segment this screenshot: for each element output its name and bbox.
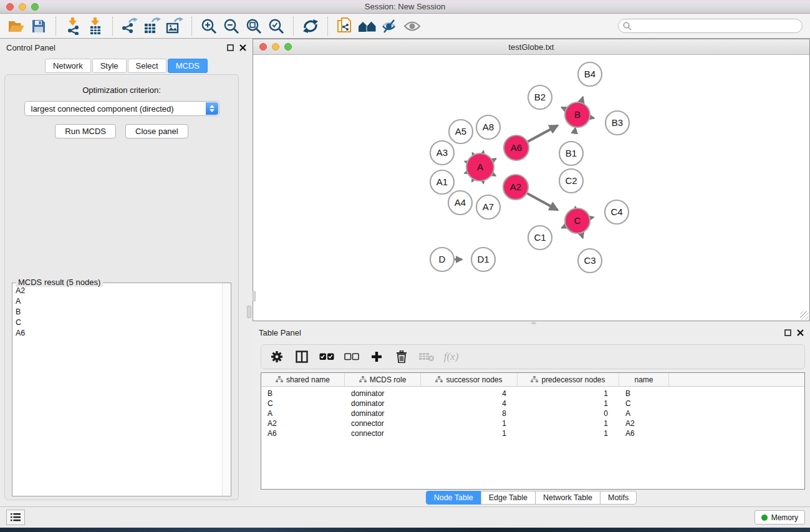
node-C2[interactable]: C2 bbox=[559, 169, 583, 193]
delete-table-button[interactable] bbox=[416, 347, 436, 366]
tab-style[interactable]: Style bbox=[92, 59, 127, 73]
table-row[interactable]: Cdominator41C bbox=[261, 399, 804, 409]
table-row[interactable]: Adominator80A bbox=[261, 409, 804, 418]
table-cell[interactable]: 0 bbox=[518, 409, 619, 418]
table-cell[interactable]: B bbox=[261, 389, 345, 399]
table-cell[interactable]: C bbox=[261, 399, 345, 409]
tab-mcds[interactable]: MCDS bbox=[168, 59, 208, 73]
open-session-button[interactable] bbox=[5, 16, 27, 36]
edge-C-C3[interactable] bbox=[581, 233, 582, 238]
table-cell[interactable]: A2 bbox=[261, 418, 345, 428]
task-history-button[interactable] bbox=[6, 510, 25, 525]
edge-B-B3[interactable] bbox=[591, 117, 594, 118]
table-cell[interactable]: 4 bbox=[421, 389, 518, 399]
node-C1[interactable]: C1 bbox=[528, 226, 552, 249]
table-cell[interactable]: A bbox=[261, 409, 345, 418]
table-settings-button[interactable] bbox=[266, 347, 287, 366]
result-item[interactable]: A6 bbox=[12, 328, 222, 339]
column-header-successor-nodes[interactable]: successor nodes bbox=[421, 373, 518, 386]
table-cell[interactable]: 1 bbox=[421, 428, 518, 438]
result-item[interactable]: A2 bbox=[12, 286, 222, 296]
import-network-button[interactable] bbox=[62, 16, 84, 36]
result-item[interactable]: C bbox=[12, 317, 222, 328]
node-A7[interactable]: A7 bbox=[476, 195, 500, 219]
tab-network-table[interactable]: Network Table bbox=[535, 491, 600, 505]
close-panel-icon[interactable] bbox=[797, 329, 804, 336]
tab-motifs[interactable]: Motifs bbox=[600, 491, 637, 505]
table-cell[interactable]: dominator bbox=[345, 389, 421, 399]
close-panel-icon[interactable] bbox=[239, 44, 246, 51]
node-B4[interactable]: B4 bbox=[578, 62, 602, 86]
column-header-name[interactable]: name bbox=[619, 373, 669, 386]
table-row[interactable]: A2connector11A2 bbox=[261, 418, 804, 428]
zoom-fit-button[interactable] bbox=[243, 16, 265, 36]
duplicate-network-button[interactable] bbox=[334, 16, 356, 36]
edge-C-C4[interactable] bbox=[590, 217, 593, 218]
table-cell[interactable]: 1 bbox=[518, 418, 619, 428]
select-all-button[interactable] bbox=[316, 347, 337, 366]
table-cell[interactable]: B bbox=[619, 389, 669, 399]
tab-node-table[interactable]: Node Table bbox=[426, 491, 481, 505]
edge-A6-B[interactable] bbox=[528, 125, 557, 142]
tab-select[interactable]: Select bbox=[128, 59, 166, 73]
edge-A-A7[interactable] bbox=[483, 181, 484, 184]
hide-graphics-details-button[interactable] bbox=[378, 16, 401, 36]
table-cell[interactable]: dominator bbox=[345, 399, 421, 409]
edge-A-A5[interactable] bbox=[472, 153, 473, 155]
table-cell[interactable]: 8 bbox=[421, 409, 518, 418]
home-button[interactable] bbox=[356, 16, 378, 36]
column-header-predecessor-nodes[interactable]: predecessor nodes bbox=[518, 373, 619, 386]
table-cell[interactable]: connector bbox=[345, 418, 421, 428]
zoom-selected-button[interactable] bbox=[265, 16, 287, 36]
run-mcds-button[interactable]: Run MCDS bbox=[55, 124, 116, 138]
edge-C-C1[interactable] bbox=[562, 226, 566, 228]
table-cell[interactable]: dominator bbox=[345, 409, 421, 418]
add-column-button[interactable] bbox=[366, 347, 387, 366]
table-cell[interactable]: 1 bbox=[518, 389, 619, 399]
float-panel-icon[interactable] bbox=[784, 329, 791, 336]
import-table-button[interactable] bbox=[84, 16, 107, 36]
node-C[interactable]: C bbox=[565, 208, 590, 233]
node-A8[interactable]: A8 bbox=[476, 115, 500, 139]
node-D1[interactable]: D1 bbox=[471, 248, 495, 271]
network-left-handle[interactable] bbox=[253, 291, 256, 301]
table-cell[interactable]: 4 bbox=[421, 399, 518, 409]
node-B1[interactable]: B1 bbox=[559, 142, 583, 165]
search-input[interactable] bbox=[618, 19, 803, 33]
edge-A-A3[interactable] bbox=[465, 162, 466, 162]
network-canvas[interactable]: B4B2BB3A8A5A6A3B1AC2A1A2A4A7C4CC1DD1C3 bbox=[253, 55, 809, 321]
export-table-button[interactable] bbox=[141, 16, 163, 36]
delete-button[interactable] bbox=[391, 347, 412, 366]
splitter-handle[interactable] bbox=[531, 322, 536, 324]
export-image-button[interactable] bbox=[163, 16, 186, 36]
function-builder-button[interactable]: f(x) bbox=[441, 347, 461, 366]
edge-A-A1[interactable] bbox=[465, 172, 467, 173]
edge-A2-C[interactable] bbox=[527, 193, 557, 210]
tab-network[interactable]: Network bbox=[45, 59, 91, 73]
node-A[interactable]: A bbox=[466, 153, 494, 181]
table-cell[interactable]: A bbox=[619, 409, 669, 418]
edge-A-A6[interactable] bbox=[493, 158, 496, 160]
table-cell[interactable]: 1 bbox=[421, 418, 518, 428]
edge-A-A4[interactable] bbox=[472, 180, 473, 181]
table-row[interactable]: Bdominator41B bbox=[261, 389, 804, 399]
table-cell[interactable]: A6 bbox=[261, 428, 345, 438]
table-cell[interactable]: 1 bbox=[518, 399, 619, 409]
node-B2[interactable]: B2 bbox=[528, 85, 552, 109]
node-A3[interactable]: A3 bbox=[430, 141, 454, 165]
result-item[interactable]: B bbox=[12, 307, 222, 317]
edge-B-B4[interactable] bbox=[581, 97, 583, 102]
result-item[interactable]: A bbox=[12, 296, 222, 307]
column-header-MCDS-role[interactable]: MCDS role bbox=[345, 373, 421, 386]
memory-button[interactable]: Memory bbox=[755, 510, 805, 525]
table-cell[interactable]: 1 bbox=[518, 428, 619, 438]
zoom-in-button[interactable] bbox=[198, 16, 220, 36]
node-B[interactable]: B bbox=[565, 102, 590, 127]
edge-A-A8[interactable] bbox=[483, 151, 484, 153]
criterion-select[interactable]: largest connected component (directed) bbox=[24, 101, 219, 116]
export-network-button[interactable] bbox=[118, 16, 141, 36]
table-cell[interactable]: connector bbox=[345, 428, 421, 438]
save-session-button[interactable] bbox=[27, 16, 50, 36]
show-column-button[interactable] bbox=[291, 347, 312, 366]
deselect-all-button[interactable] bbox=[341, 347, 362, 366]
